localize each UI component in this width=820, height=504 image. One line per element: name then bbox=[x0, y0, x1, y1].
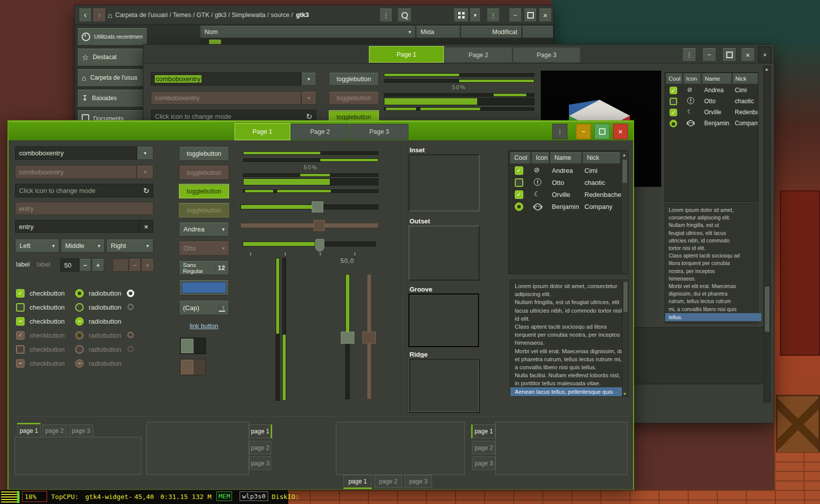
refresh-icon[interactable]: ↻ bbox=[143, 186, 149, 195]
scrollbar-vertical[interactable]: ▴ bbox=[763, 66, 771, 402]
tree-cell-name[interactable]: Andrea bbox=[704, 87, 724, 94]
notebook4-tab-page3[interactable]: page 3 bbox=[472, 456, 495, 470]
treeview[interactable]: Cool Icon Name Nick ⊘ Andrea Cimi ! Otto… bbox=[665, 72, 758, 202]
window-menu-button[interactable]: ⋮ bbox=[682, 48, 696, 62]
notebook3-tab-page1[interactable]: page 1 bbox=[343, 475, 372, 489]
treeview[interactable]: Cool Icon Name Nick ⊘ Andrea Cimi ! Otto… bbox=[508, 150, 629, 274]
hscale[interactable] bbox=[241, 204, 378, 209]
spinbutton-value[interactable]: 50 bbox=[60, 259, 79, 272]
tree-header-cool[interactable]: Cool bbox=[666, 73, 683, 84]
tree-header-nick[interactable]: Nick bbox=[732, 73, 758, 84]
maximize-button[interactable] bbox=[524, 8, 537, 22]
font-button[interactable]: Sans Regular 12 bbox=[179, 261, 229, 275]
tree-row-check[interactable] bbox=[515, 166, 523, 175]
tab-page2[interactable]: Page 2 bbox=[291, 124, 349, 140]
tree-row-radio[interactable] bbox=[670, 120, 677, 127]
menu-button[interactable]: ⋮ bbox=[379, 8, 392, 22]
search-button[interactable] bbox=[397, 8, 412, 22]
back-window-titlebar[interactable]: Page 1 Page 2 Page 3 ⋮ − × × bbox=[143, 45, 774, 64]
notebook4-tab-page1[interactable]: page 1 bbox=[471, 424, 495, 438]
tree-cell-name[interactable]: Otto bbox=[704, 98, 716, 105]
togglebutton[interactable]: togglebutton bbox=[329, 72, 379, 86]
scrollbar-vertical[interactable]: ▴ bbox=[621, 152, 628, 274]
comboboxentry-input[interactable]: comboboxentry bbox=[15, 146, 137, 160]
extra-close-button[interactable]: × bbox=[758, 47, 771, 63]
scrollbar-vertical[interactable]: ▾ bbox=[622, 280, 628, 396]
checkbutton-unchecked[interactable] bbox=[16, 303, 25, 312]
hscale-handle[interactable] bbox=[312, 201, 323, 212]
tree-header-name[interactable]: Name bbox=[702, 73, 732, 84]
combobox-dropdown-button[interactable]: ▾ bbox=[137, 146, 153, 160]
tree-header-name[interactable]: Name bbox=[550, 152, 582, 164]
link-button[interactable]: link button bbox=[179, 323, 229, 330]
minimize-button[interactable]: − bbox=[509, 8, 522, 22]
tree-cell-nick[interactable]: chaotic bbox=[735, 98, 754, 105]
close-button[interactable]: × bbox=[613, 124, 628, 139]
tree-row-check[interactable] bbox=[670, 109, 677, 116]
close-button[interactable]: × bbox=[741, 48, 755, 62]
entry-clear-button[interactable]: × bbox=[139, 220, 153, 233]
radio-indicator[interactable] bbox=[127, 290, 134, 297]
checkbutton-indeterminate[interactable] bbox=[16, 317, 25, 326]
scrollbar-thumb[interactable] bbox=[624, 282, 628, 312]
comboboxentry-input[interactable]: comboboxentry bbox=[151, 72, 301, 86]
notebook2-tab-page1[interactable]: page 1 bbox=[249, 424, 272, 438]
view-options-button[interactable]: ▾ bbox=[470, 8, 481, 22]
radiobutton-unchecked[interactable] bbox=[75, 303, 84, 312]
sidebar-item-recent[interactable]: Utilitzats recentment bbox=[77, 28, 147, 46]
tree-header-cool[interactable]: Cool bbox=[510, 152, 531, 164]
notebook1-tab-page3[interactable]: page 3 bbox=[69, 424, 93, 437]
textview[interactable]: Lorem ipsum dolor sit amet, consectetur … bbox=[665, 203, 758, 324]
maximize-button[interactable] bbox=[594, 124, 609, 139]
refresh-icon[interactable]: ↻ bbox=[306, 112, 312, 121]
scrollbar-thumb[interactable] bbox=[623, 160, 627, 183]
tree-cell-name[interactable]: Benjamin bbox=[552, 203, 579, 210]
notebook4-tab-page2[interactable]: page 2 bbox=[472, 441, 495, 454]
window-menu-button[interactable]: ⋮ bbox=[552, 124, 567, 139]
spin-minus-button[interactable]: − bbox=[79, 259, 91, 272]
sidebar-item-downloads[interactable]: ↧ Baixades bbox=[77, 89, 147, 107]
sidebar-item-home[interactable]: ⌂ Carpeta de l'usua bbox=[77, 69, 147, 87]
breadcrumb[interactable]: ⌂ Carpeta de l'usuari / Temes / GTK / gt… bbox=[108, 6, 378, 25]
notebook1-tab-page2[interactable]: page 2 bbox=[42, 424, 67, 437]
togglebutton[interactable]: togglebutton bbox=[179, 146, 229, 161]
minimize-button[interactable]: − bbox=[702, 48, 716, 62]
tree-cell-name[interactable]: Benjamin bbox=[704, 120, 729, 127]
icon-entry[interactable]: Click icon to change mode ↻ bbox=[15, 184, 153, 197]
scrollbar-thumb[interactable] bbox=[765, 287, 769, 332]
file-manager-headerbar[interactable]: ‹ › ⌂ Carpeta de l'usuari / Temes / GTK … bbox=[75, 6, 553, 25]
scroll-down-icon[interactable]: ▾ bbox=[624, 391, 626, 396]
tree-header-nick[interactable]: Nick bbox=[582, 152, 621, 164]
window-menu-button[interactable]: ⋮ bbox=[487, 8, 500, 22]
notebook1-tab-page1[interactable]: page 1 bbox=[17, 423, 41, 437]
notebook2-tab-page3[interactable]: page 3 bbox=[249, 456, 271, 470]
minimize-button[interactable]: − bbox=[576, 124, 591, 139]
tree-cell-nick[interactable]: Redenbacher bbox=[735, 109, 758, 116]
tree-cell-nick[interactable]: Cimi bbox=[735, 87, 747, 94]
combobox-middle[interactable]: Middle▾ bbox=[61, 239, 105, 253]
scroll-up-icon[interactable]: ▴ bbox=[765, 66, 768, 72]
spin-plus-button[interactable]: + bbox=[92, 259, 104, 272]
tree-header-icon[interactable]: Icon bbox=[683, 73, 701, 84]
file-chooser-button[interactable]: (Cap) ↑ bbox=[179, 300, 229, 315]
combobox-right[interactable]: Right▾ bbox=[106, 239, 153, 253]
tab-page3[interactable]: Page 3 bbox=[513, 47, 580, 63]
tree-cell-nick[interactable]: Cimi bbox=[584, 167, 597, 174]
column-header-size[interactable]: Mida bbox=[416, 26, 460, 38]
tree-cell-nick[interactable]: Company bbox=[584, 203, 612, 210]
tree-row-radio[interactable] bbox=[515, 202, 523, 211]
checkbutton-checked[interactable] bbox=[16, 289, 25, 298]
combobox-name[interactable]: Andrea▾ bbox=[179, 222, 229, 236]
maximize-button[interactable] bbox=[722, 48, 736, 62]
color-button[interactable] bbox=[179, 280, 229, 296]
entry[interactable]: entry bbox=[15, 220, 139, 233]
combobox-dropdown-button[interactable]: ▾ bbox=[301, 72, 316, 86]
tree-cell-name[interactable]: Otto bbox=[552, 179, 564, 186]
tree-row-check[interactable] bbox=[670, 98, 677, 105]
tree-cell-name[interactable]: Orville bbox=[552, 191, 570, 198]
tree-row-check[interactable] bbox=[515, 190, 523, 199]
notebook2-tab-page2[interactable]: page 2 bbox=[249, 441, 271, 454]
tab-page1[interactable]: Page 1 bbox=[235, 123, 290, 140]
vscale-handle[interactable] bbox=[341, 332, 354, 344]
tree-cell-nick[interactable]: Redenbacher bbox=[584, 191, 624, 198]
